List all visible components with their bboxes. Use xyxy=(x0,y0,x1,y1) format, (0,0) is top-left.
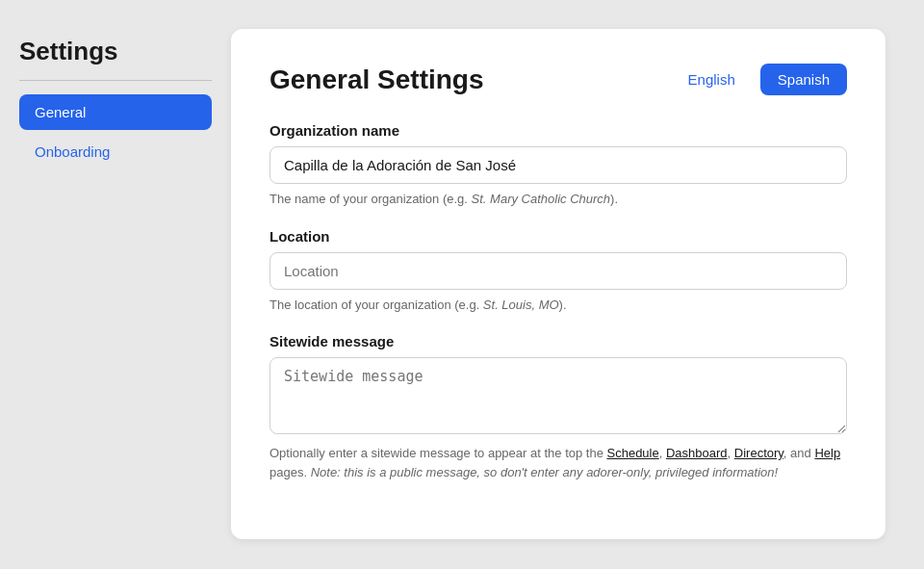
sitewide-message-field-group: Sitewide message Optionally enter a site… xyxy=(270,333,847,481)
sitewide-message-label: Sitewide message xyxy=(270,333,847,349)
location-field-group: Location The location of your organizati… xyxy=(270,228,847,315)
location-label: Location xyxy=(270,228,847,245)
language-switcher: English Spanish xyxy=(671,64,847,95)
settings-title: Settings xyxy=(19,37,212,66)
org-name-label: Organization name xyxy=(270,122,847,139)
main-content-card: General Settings English Spanish Organiz… xyxy=(231,29,886,539)
directory-link[interactable]: Directory xyxy=(734,446,783,460)
sitewide-message-hint: Optionally enter a sitewide message to a… xyxy=(270,444,847,481)
sitewide-message-textarea[interactable] xyxy=(270,357,847,434)
location-input[interactable] xyxy=(270,252,847,290)
schedule-link[interactable]: Schedule xyxy=(607,446,659,460)
help-link[interactable]: Help xyxy=(814,446,840,460)
org-name-input[interactable] xyxy=(270,146,847,184)
english-lang-button[interactable]: English xyxy=(671,64,753,95)
dashboard-link[interactable]: Dashboard xyxy=(666,446,728,460)
page-title: General Settings xyxy=(270,65,484,95)
sidebar-divider xyxy=(19,80,212,81)
spanish-lang-button[interactable]: Spanish xyxy=(760,64,847,95)
card-header: General Settings English Spanish xyxy=(270,64,847,95)
org-name-field-group: Organization name The name of your organ… xyxy=(270,122,847,209)
sidebar-nav: General Onboarding xyxy=(19,94,212,169)
sidebar-item-general[interactable]: General xyxy=(19,94,212,130)
sidebar: Settings General Onboarding xyxy=(19,29,212,169)
location-hint: The location of your organization (e.g. … xyxy=(270,296,847,315)
sidebar-item-onboarding[interactable]: Onboarding xyxy=(19,134,212,169)
org-name-hint: The name of your organization (e.g. St. … xyxy=(270,190,847,209)
